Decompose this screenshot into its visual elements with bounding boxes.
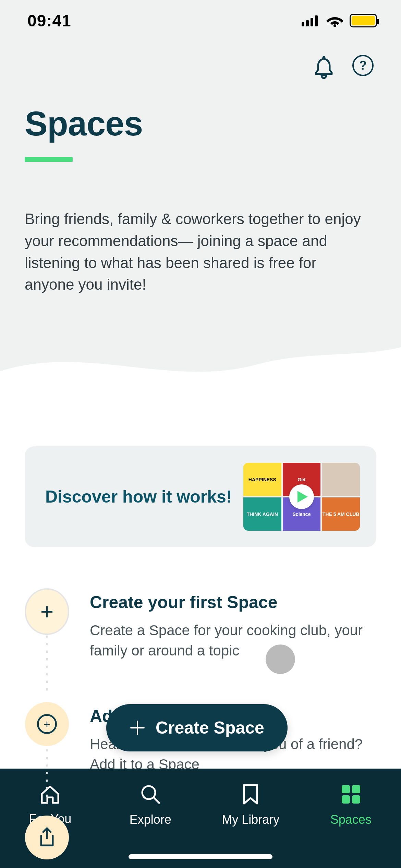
step-item: + Create your first Space Create a Space… — [25, 588, 376, 661]
discover-card[interactable]: Discover how it works! HAPPINESS Get THI… — [25, 446, 376, 547]
home-icon — [39, 784, 61, 804]
thumb-tile — [322, 463, 360, 496]
step-connector — [46, 633, 48, 695]
tab-label: My Library — [222, 812, 279, 827]
home-indicator[interactable] — [129, 854, 272, 859]
svg-rect-1 — [306, 20, 309, 26]
svg-rect-8 — [342, 795, 350, 804]
tab-label: Spaces — [330, 812, 372, 827]
spaces-icon — [340, 784, 362, 805]
title-underline — [25, 157, 73, 162]
bell-icon — [313, 55, 335, 79]
bookmark-icon — [242, 784, 259, 805]
status-time: 09:41 — [27, 11, 71, 30]
page-title: Spaces — [25, 104, 376, 143]
create-space-button[interactable]: Create Space — [106, 704, 288, 751]
svg-rect-0 — [302, 22, 304, 26]
svg-rect-9 — [352, 795, 360, 804]
status-bar: 09:41 — [0, 0, 401, 41]
svg-rect-7 — [352, 785, 360, 793]
battery-icon — [350, 14, 377, 27]
wifi-icon — [326, 14, 343, 27]
search-icon — [140, 784, 161, 805]
svg-rect-6 — [342, 785, 350, 793]
discover-title: Discover how it works! — [45, 487, 232, 507]
thumb-tile: THE 5 AM CLUB — [322, 497, 360, 531]
svg-point-4 — [333, 24, 336, 27]
thumb-tile: THINK AGAIN — [243, 497, 281, 531]
share-icon — [38, 827, 56, 848]
cellular-signal-icon — [302, 15, 320, 26]
tab-spaces[interactable]: Spaces — [301, 784, 401, 827]
plus-icon — [130, 720, 145, 736]
plus-icon: + — [40, 600, 54, 623]
question-icon: ? — [359, 58, 367, 73]
thumb-tile: HAPPINESS — [243, 463, 281, 496]
play-icon — [297, 491, 308, 503]
svg-rect-2 — [311, 18, 313, 26]
tab-explore[interactable]: Explore — [100, 784, 201, 827]
step-icon-create: + — [25, 588, 69, 635]
step-title: Create your first Space — [90, 592, 376, 612]
create-space-label: Create Space — [156, 718, 264, 738]
notifications-button[interactable] — [313, 55, 335, 80]
discover-thumbnail: HAPPINESS Get THINK AGAIN Science THE 5 … — [243, 463, 360, 531]
step-icon-share — [25, 816, 69, 859]
header-section: ? Spaces Bring friends, family & coworke… — [0, 41, 401, 385]
step-icon-add: + — [25, 702, 69, 746]
plus-circle-icon: + — [37, 714, 57, 734]
tab-label: Explore — [130, 812, 171, 827]
touch-indicator — [266, 644, 295, 674]
svg-rect-3 — [315, 15, 318, 26]
step-connector — [46, 747, 48, 808]
page-description: Bring friends, family & coworkers togeth… — [25, 208, 364, 296]
tab-my-library[interactable]: My Library — [200, 784, 301, 827]
status-icons — [302, 14, 377, 27]
wave-separator — [0, 337, 401, 385]
step-desc: Create a Space for your cooking club, yo… — [90, 620, 376, 661]
play-button[interactable] — [289, 484, 314, 509]
help-button[interactable]: ? — [352, 55, 374, 76]
